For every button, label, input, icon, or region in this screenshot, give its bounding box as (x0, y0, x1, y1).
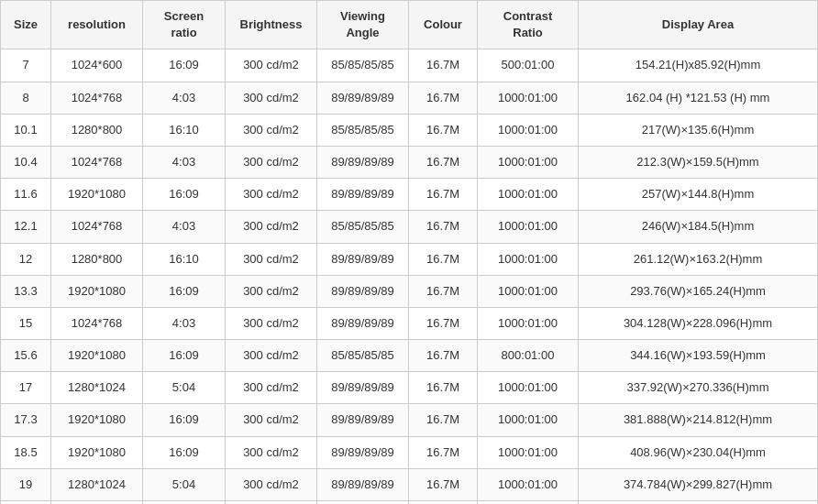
table-cell-1-4: 89/89/89/89 (317, 82, 409, 114)
table-row: 71024*60016:09300 cd/m285/85/85/8516.7M5… (1, 49, 818, 82)
table-cell-12-2: 16:09 (143, 436, 226, 468)
table-cell-5-3: 300 cd/m2 (226, 211, 317, 243)
table-cell-13-7: 374.784(W)×299.827(H)mm (579, 468, 818, 500)
table-cell-1-3: 300 cd/m2 (226, 82, 317, 114)
table-cell-4-4: 89/89/89/89 (317, 179, 409, 211)
table-cell-12-7: 408.96(W)×230.04(H)mm (579, 436, 818, 468)
col-header-3: Brightness (226, 1, 317, 49)
table-row: 10.11280*80016:10300 cd/m285/85/85/8516.… (1, 114, 818, 146)
table-cell-6-2: 16:10 (143, 243, 226, 275)
table-cell-14-0: 21.5 (1, 501, 51, 505)
table-cell-7-3: 300 cd/m2 (226, 275, 317, 307)
table-cell-10-5: 16.7M (409, 372, 478, 404)
table-cell-4-3: 300 cd/m2 (226, 179, 317, 211)
col-header-7: Display Area (579, 1, 818, 49)
table-cell-6-7: 261.12(W)×163.2(H)mm (579, 243, 818, 275)
table-cell-3-0: 10.4 (1, 146, 51, 178)
table-cell-7-6: 1000:01:00 (478, 275, 579, 307)
table-cell-3-6: 1000:01:00 (478, 146, 579, 178)
table-cell-2-6: 1000:01:00 (478, 114, 579, 146)
table-cell-4-7: 257(W)×144.8(H)mm (579, 179, 818, 211)
table-cell-8-0: 15 (1, 307, 51, 339)
table-row: 17.31920*108016:09300 cd/m289/89/89/8916… (1, 404, 818, 436)
table-cell-3-4: 89/89/89/89 (317, 146, 409, 178)
table-cell-0-0: 7 (1, 49, 51, 82)
table-cell-12-6: 1000:01:00 (478, 436, 579, 468)
table-cell-1-1: 1024*768 (51, 82, 143, 114)
table-cell-5-6: 1000:01:00 (478, 211, 579, 243)
table-cell-3-2: 4:03 (143, 146, 226, 178)
table-row: 191280*10245:04300 cd/m289/89/89/8916.7M… (1, 468, 818, 500)
table-cell-13-4: 89/89/89/89 (317, 468, 409, 500)
table-cell-8-5: 16.7M (409, 307, 478, 339)
table-cell-12-0: 18.5 (1, 436, 51, 468)
table-cell-11-4: 89/89/89/89 (317, 404, 409, 436)
table-cell-4-2: 16:09 (143, 179, 226, 211)
table-cell-10-3: 300 cd/m2 (226, 372, 317, 404)
table-cell-3-3: 300 cd/m2 (226, 146, 317, 178)
table-cell-8-7: 304.128(W)×228.096(H)mm (579, 307, 818, 339)
table-cell-10-4: 89/89/89/89 (317, 372, 409, 404)
table-cell-0-4: 85/85/85/85 (317, 49, 409, 82)
table-cell-1-0: 8 (1, 82, 51, 114)
col-header-0: Size (1, 1, 51, 49)
table-cell-12-3: 300 cd/m2 (226, 436, 317, 468)
table-cell-8-1: 1024*768 (51, 307, 143, 339)
table-cell-8-3: 300 cd/m2 (226, 307, 317, 339)
table-cell-12-5: 16.7M (409, 436, 478, 468)
table-cell-11-7: 381.888(W)×214.812(H)mm (579, 404, 818, 436)
table-cell-2-4: 85/85/85/85 (317, 114, 409, 146)
table-cell-2-3: 300 cd/m2 (226, 114, 317, 146)
table-cell-2-0: 10.1 (1, 114, 51, 146)
header-row: SizeresolutionScreen ratioBrightnessView… (1, 1, 818, 49)
table-cell-5-2: 4:03 (143, 211, 226, 243)
col-header-5: Colour (409, 1, 478, 49)
table-cell-14-3: 300 cd/m2 (226, 501, 317, 505)
table-cell-7-7: 293.76(W)×165.24(H)mm (579, 275, 818, 307)
table-cell-4-0: 11.6 (1, 179, 51, 211)
table-cell-4-6: 1000:01:00 (478, 179, 579, 211)
table-cell-14-1: 1920*1080 (51, 501, 143, 505)
table-cell-1-6: 1000:01:00 (478, 82, 579, 114)
table-cell-8-6: 1000:01:00 (478, 307, 579, 339)
table-cell-13-5: 16.7M (409, 468, 478, 500)
table-cell-6-0: 12 (1, 243, 51, 275)
table-cell-1-2: 4:03 (143, 82, 226, 114)
table-cell-3-5: 16.7M (409, 146, 478, 178)
table-cell-1-7: 162.04 (H) *121.53 (H) mm (579, 82, 818, 114)
table-cell-1-5: 16.7M (409, 82, 478, 114)
table-cell-2-7: 217(W)×135.6(H)mm (579, 114, 818, 146)
table-cell-13-0: 19 (1, 468, 51, 500)
table-cell-6-6: 1000:01:00 (478, 243, 579, 275)
table-row: 15.61920*108016:09300 cd/m285/85/85/8516… (1, 340, 818, 372)
table-cell-0-5: 16.7M (409, 49, 478, 82)
table-cell-5-4: 85/85/85/85 (317, 211, 409, 243)
table-cell-6-5: 16.7M (409, 243, 478, 275)
table-cell-14-7: 476.64(W)×268.11(H)mm (579, 501, 818, 505)
table-cell-7-4: 89/89/89/89 (317, 275, 409, 307)
col-header-6: Contrast Ratio (478, 1, 579, 49)
table-row: 10.41024*7684:03300 cd/m289/89/89/8916.7… (1, 146, 818, 178)
table-cell-4-1: 1920*1080 (51, 179, 143, 211)
col-header-1: resolution (51, 1, 143, 49)
table-cell-9-3: 300 cd/m2 (226, 340, 317, 372)
table-cell-10-2: 5:04 (143, 372, 226, 404)
table-cell-9-0: 15.6 (1, 340, 51, 372)
table-cell-6-3: 300 cd/m2 (226, 243, 317, 275)
table-cell-14-6: 800:01:00 (478, 501, 579, 505)
table-cell-13-3: 300 cd/m2 (226, 468, 317, 500)
table-cell-0-1: 1024*600 (51, 49, 143, 82)
table-cell-9-7: 344.16(W)×193.59(H)mm (579, 340, 818, 372)
table-cell-9-5: 16.7M (409, 340, 478, 372)
table-row: 121280*80016:10300 cd/m289/89/89/8916.7M… (1, 243, 818, 275)
table-cell-5-1: 1024*768 (51, 211, 143, 243)
table-cell-11-6: 1000:01:00 (478, 404, 579, 436)
table-cell-10-0: 17 (1, 372, 51, 404)
table-cell-9-1: 1920*1080 (51, 340, 143, 372)
table-cell-5-7: 246(W)×184.5(H)mm (579, 211, 818, 243)
table-cell-7-2: 16:09 (143, 275, 226, 307)
table-cell-11-3: 300 cd/m2 (226, 404, 317, 436)
table-cell-6-4: 89/89/89/89 (317, 243, 409, 275)
table-row: 12.11024*7684:03300 cd/m285/85/85/8516.7… (1, 211, 818, 243)
table-cell-13-6: 1000:01:00 (478, 468, 579, 500)
